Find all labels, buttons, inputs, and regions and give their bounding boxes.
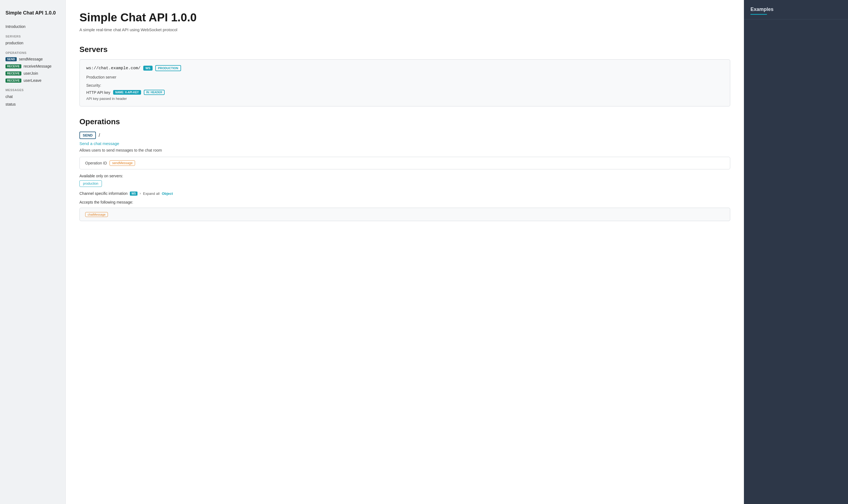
right-panel-header: Examples (744, 0, 848, 19)
channel-ws-badge: WS (130, 192, 138, 196)
security-row: HTTP API key NAME: X-API-KEY IN: HEADER (86, 90, 723, 95)
operations-section: Operations SEND / Send a chat message Al… (80, 118, 730, 221)
message-type-badge: chatMessage (85, 212, 108, 217)
operations-heading: Operations (80, 118, 730, 126)
message-card: chatMessage (80, 208, 730, 221)
available-server-badge[interactable]: production (80, 180, 102, 187)
chevron-right-icon: › (140, 192, 141, 195)
security-note: API key passed in header (86, 96, 723, 101)
main-content: Simple Chat API 1.0.0 A simple real-time… (66, 0, 744, 504)
op-summary: Send a chat message (80, 141, 730, 146)
sidebar-op-label-userjoin: userJoin (23, 71, 38, 75)
channel-row: Channel specific information WS › Expand… (80, 191, 730, 196)
right-panel-underline (750, 14, 767, 15)
sidebar-item-production[interactable]: production (0, 39, 66, 47)
sidebar-op-receivemessage[interactable]: RECEIVE receiveMessage (0, 62, 66, 70)
sidebar: Simple Chat API 1.0.0 Introduction SERVE… (0, 0, 66, 504)
op-send-badge: SEND (80, 132, 96, 139)
op-id-label: Operation ID (85, 161, 107, 165)
sidebar-op-sendmessage[interactable]: SEND sendMessage (0, 56, 66, 62)
op-path: / (99, 132, 100, 138)
sidebar-op-userleave[interactable]: RECEIVE userLeave (0, 77, 66, 84)
api-key-name-badge: NAME: X-API-KEY (113, 90, 141, 95)
right-panel: Examples (744, 0, 848, 504)
op-desc: Allows users to send messages to the cha… (80, 148, 730, 152)
channel-label: Channel specific information (80, 191, 128, 196)
sidebar-section-messages: MESSAGES (0, 84, 66, 93)
server-desc: Production server (86, 75, 723, 79)
sidebar-op-label-receivemessage: receiveMessage (23, 64, 52, 68)
sidebar-item-chat[interactable]: chat (0, 93, 66, 101)
sidebar-op-label-sendmessage: sendMessage (19, 57, 43, 61)
send-badge: SEND (5, 57, 17, 61)
op-id-row: Operation ID sendMessage (80, 157, 730, 169)
server-url-row: ws://chat.example.com/ WS PRODUCTION (86, 65, 723, 71)
receive-badge-3: RECEIVE (5, 78, 21, 83)
sidebar-section-operations: OPERATIONS (0, 47, 66, 56)
sidebar-section-servers: SERVERS (0, 30, 66, 39)
sidebar-item-introduction[interactable]: Introduction (0, 23, 66, 30)
page-title: Simple Chat API 1.0.0 (80, 11, 730, 24)
sidebar-title: Simple Chat API 1.0.0 (0, 5, 66, 23)
ws-badge: WS (143, 66, 153, 71)
sidebar-op-label-userleave: userLeave (23, 78, 41, 83)
server-url: ws://chat.example.com/ (86, 66, 140, 71)
expand-all-button[interactable]: Expand all (143, 192, 160, 196)
production-badge: PRODUCTION (155, 65, 181, 71)
page-subtitle: A simple real-time chat API using WebSoc… (80, 28, 730, 32)
security-label: Security: (86, 83, 723, 88)
available-label: Available only on servers: (80, 174, 730, 178)
receive-badge-2: RECEIVE (5, 71, 21, 75)
sidebar-op-userjoin[interactable]: RECEIVE userJoin (0, 70, 66, 77)
security-type: HTTP API key (86, 90, 110, 95)
right-panel-title: Examples (750, 6, 842, 12)
op-id-value-badge: sendMessage (109, 160, 135, 166)
server-card: ws://chat.example.com/ WS PRODUCTION Pro… (80, 59, 730, 106)
servers-heading: Servers (80, 45, 730, 54)
accepts-label: Accepts the following message: (80, 200, 730, 204)
in-header-badge: IN: HEADER (144, 90, 165, 95)
receive-badge-1: RECEIVE (5, 64, 21, 68)
sidebar-item-status[interactable]: status (0, 101, 66, 108)
object-type-label: Object (162, 192, 173, 196)
op-header: SEND / (80, 132, 730, 139)
